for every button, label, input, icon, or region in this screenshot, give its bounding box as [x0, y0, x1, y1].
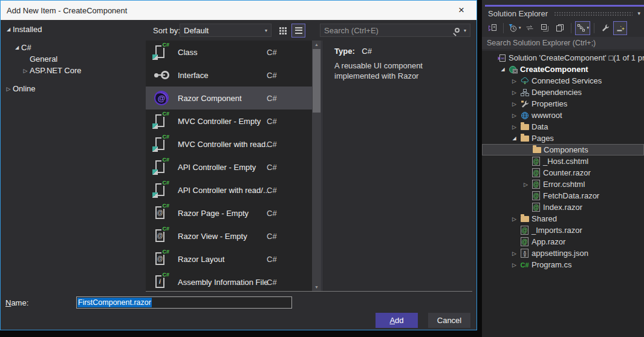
small-icons-view-button[interactable] [276, 24, 290, 38]
scrollbar-thumb[interactable] [313, 49, 320, 113]
expander-icon[interactable]: ◢ [498, 67, 507, 72]
razor-icon: @ [530, 157, 542, 166]
razor-icon: @ [519, 226, 530, 235]
window-menu-icon[interactable]: ▾ [637, 10, 640, 16]
tree-item-connected-services[interactable]: ▷Connected Services [482, 75, 644, 87]
properties-button[interactable] [598, 21, 612, 35]
collapse-all-button[interactable] [538, 21, 552, 35]
tree-item-appsettings-json[interactable]: ▷{ }appsettings.json [482, 247, 644, 259]
tree-item-createcomponent[interactable]: ◢CreateComponent [482, 64, 644, 75]
file-nesting-button[interactable]: ▾ [575, 21, 591, 35]
tree-item-wwwroot[interactable]: ▷wwwroot [482, 110, 644, 121]
template-item-razor-layout[interactable]: @C#Razor LayoutC# [146, 247, 312, 270]
tree-item-counter-razor[interactable]: @Counter.razor [482, 167, 644, 178]
template-item-razor-page-empty[interactable]: @C#Razor Page - EmptyC# [146, 201, 312, 224]
nav-item-label: C# [21, 43, 31, 52]
template-item-assembly-information-file[interactable]: iC#Assembly Information FileC# [146, 270, 312, 292]
tree-item-label: CreateComponent [520, 65, 588, 74]
tree-item-imports-razor[interactable]: @_Imports.razor [482, 224, 644, 236]
expander-icon[interactable]: ▷ [510, 78, 519, 84]
tree-item-label: App.razor [532, 237, 565, 246]
pending-changes-filter-icon [508, 23, 518, 33]
nav-item-label: General [30, 54, 57, 64]
switch-views-button[interactable] [486, 21, 499, 35]
close-icon[interactable]: × [451, 1, 472, 20]
template-search-input[interactable]: Search (Ctrl+E) ▾ [320, 24, 470, 37]
nav-item-c[interactable]: ◢C# [1, 42, 146, 53]
expander-icon: ▷ [21, 68, 30, 74]
expander-icon[interactable]: ▷ [510, 262, 519, 268]
template-item-mvc-controller-with-read[interactable]: C#MVC Controller with read...C# [146, 133, 312, 155]
expander-icon[interactable]: ▷ [510, 101, 519, 107]
tree-item-label: Solution 'CreateComponent' □(1 of 1 proj… [509, 53, 644, 62]
expander-icon[interactable]: ◢ [510, 136, 519, 141]
tree-item-pages[interactable]: ◢Pages [482, 133, 644, 144]
chevron-down-icon: ▾ [265, 28, 267, 33]
template-label: Interface [178, 71, 209, 80]
expander-icon[interactable]: ▷ [510, 250, 519, 257]
expander-icon[interactable]: ▷ [521, 182, 530, 188]
expander-icon: ◢ [4, 27, 13, 32]
nav-item-asp-net-core[interactable]: ▷ASP.NET Core [1, 65, 146, 76]
template-item-class[interactable]: C#ClassC# [146, 41, 312, 64]
csharp-file-icon: C# [154, 43, 169, 61]
tree-item-label: Pages [532, 134, 554, 143]
name-input[interactable]: FirstComponent.razor [76, 296, 292, 309]
cancel-button[interactable]: Cancel [428, 313, 470, 328]
tree-item-app-razor[interactable]: @App.razor [482, 236, 644, 247]
tree-item-fetchdata-razor[interactable]: @FetchData.razor [482, 190, 644, 201]
sync-with-active-document-button[interactable] [523, 21, 537, 35]
expander-icon[interactable]: ▷ [510, 90, 519, 96]
scroll-down-icon[interactable]: ▼ [312, 283, 321, 292]
template-item-api-controller-empty[interactable]: C#API Controller - EmptyC# [146, 155, 312, 178]
dialog-titlebar[interactable]: Add New Item - CreateComponent × [1, 1, 476, 20]
tree-item-error-cshtml[interactable]: ▷@Error.cshtml [482, 178, 644, 190]
tree-item-data[interactable]: ▷Data [482, 121, 644, 133]
nav-item-label: ASP.NET Core [30, 66, 82, 75]
tree-item-shared[interactable]: ▷Shared [482, 213, 644, 224]
template-label: Razor Layout [178, 255, 224, 264]
show-all-files-button[interactable] [553, 21, 567, 35]
file-nesting-icon [576, 23, 586, 33]
tree-item-label: Index.razor [543, 203, 582, 212]
tree-item-program-cs[interactable]: ▷C#Program.cs [482, 259, 644, 270]
template-item-api-controller-with-read[interactable]: C#API Controller with read/...C# [146, 178, 312, 201]
expander-icon[interactable]: ▷ [510, 124, 519, 130]
sort-by-dropdown[interactable]: Default ▾ [180, 24, 272, 37]
template-item-interface[interactable]: InterfaceC# [146, 64, 312, 87]
tree-item-properties[interactable]: ▷Properties [482, 98, 644, 110]
nav-item-installed[interactable]: ◢Installed [1, 24, 146, 35]
tree-item-label: Properties [532, 99, 567, 108]
tree-item-solution-createcomponent-1-of-1-proje[interactable]: ∞Solution 'CreateComponent' □(1 of 1 pro… [482, 52, 644, 64]
preview-selected-items-button[interactable] [613, 21, 627, 35]
template-language: C# [267, 117, 277, 126]
tree-item-host-cshtml[interactable]: @_Host.cshtml [482, 155, 644, 167]
tree-item-components[interactable]: Components [482, 144, 644, 155]
razor-component-icon: @ [154, 89, 169, 107]
folder-icon [519, 216, 530, 222]
properties-icon [600, 23, 610, 33]
preview-selected-items-icon [616, 23, 625, 33]
template-language: C# [267, 255, 277, 264]
type-value: C# [362, 47, 372, 56]
solution-explorer-titlebar[interactable]: Solution Explorer ▾ [488, 8, 640, 19]
list-view-button[interactable] [291, 24, 305, 38]
nav-item-online[interactable]: ▷Online [1, 83, 146, 94]
name-input-selected-text: FirstComponent.razor [77, 298, 152, 307]
expander-icon[interactable]: ▷ [510, 216, 519, 222]
tree-item-label: Connected Services [532, 76, 602, 85]
nav-item-general[interactable]: General [1, 53, 146, 65]
tree-item-index-razor[interactable]: @Index.razor [482, 201, 644, 213]
solution-explorer-search-input[interactable]: Search Solution Explorer (Ctrl+;) [482, 37, 644, 49]
pending-changes-filter-button[interactable]: ▾ [507, 21, 522, 35]
razor-file-icon: @C# [154, 227, 169, 245]
expander-icon[interactable]: ▷ [510, 113, 519, 119]
tree-item-label: FetchData.razor [543, 191, 599, 200]
template-item-razor-component[interactable]: @Razor ComponentC# [146, 87, 312, 110]
template-list-scrollbar[interactable]: ▲ ▼ [312, 41, 321, 292]
scroll-up-icon[interactable]: ▲ [312, 41, 321, 49]
template-item-razor-view-empty[interactable]: @C#Razor View - EmptyC# [146, 224, 312, 247]
add-button[interactable]: Add [376, 313, 418, 328]
tree-item-dependencies[interactable]: ▷Dependencies [482, 87, 644, 98]
template-item-mvc-controller-empty[interactable]: C#MVC Controller - EmptyC# [146, 110, 312, 133]
